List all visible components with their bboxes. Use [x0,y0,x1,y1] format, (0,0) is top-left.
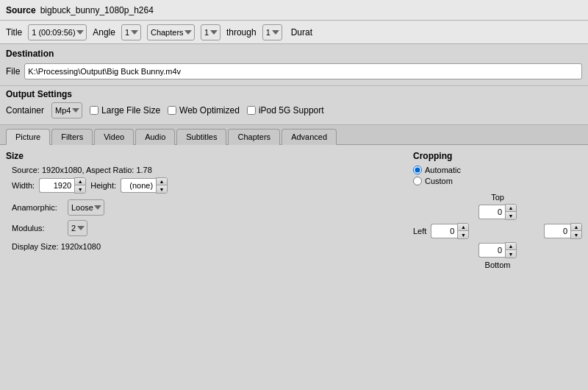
duration-label: Durat [291,27,312,38]
tab-picture[interactable]: Picture [6,129,50,145]
width-spinner-buttons: ▲ ▼ [74,177,86,194]
ipod-support-label: iPod 5G Support [259,105,324,116]
automatic-label: Automatic [425,166,461,174]
large-file-checkbox[interactable] [90,106,98,115]
angle-select[interactable]: 1 [121,24,141,40]
height-spinner: ▲ ▼ [121,177,168,194]
tab-video[interactable]: Video [94,129,134,145]
tabs-container: Picture Filters Video Audio Subtitles Ch… [0,124,588,275]
cropping-radio-group: Automatic Custom [413,166,582,185]
angle-label: Angle [93,27,115,38]
tabs-bar: Picture Filters Video Audio Subtitles Ch… [0,125,588,145]
height-label: Height: [90,181,116,190]
chapters-type-select[interactable]: Chapters [147,24,195,40]
web-optimized-label: Web Optimized [179,105,240,116]
title-label: Title [6,27,22,38]
file-label: File [6,66,20,77]
web-optimized-checkbox[interactable] [168,106,176,115]
top-label: Top [491,193,504,202]
modulus-label: Modulus: [12,224,63,233]
right-input[interactable] [544,224,570,238]
top-up-button[interactable]: ▲ [506,205,516,212]
destination-section: Destination File [0,44,588,85]
chapters-start-select[interactable]: 1 [201,24,220,40]
right-spinner-buttons: ▲ ▼ [570,223,582,239]
bottom-spinner-buttons: ▲ ▼ [505,242,517,258]
width-spinner: ▲ ▼ [39,177,86,194]
custom-radio[interactable] [413,177,422,185]
modulus-select[interactable]: 2 [68,220,87,236]
tab-content-picture: Size Source: 1920x1080, Aspect Ratio: 1.… [0,145,588,275]
tab-advanced[interactable]: Advanced [282,129,337,145]
picture-left-panel: Size Source: 1920x1080, Aspect Ratio: 1.… [6,151,406,269]
height-input[interactable] [121,178,156,193]
file-row: File [6,62,582,82]
right-spinner: ▲ ▼ [544,223,582,239]
title-select[interactable]: 1 (00:09:56) [28,24,87,40]
modulus-row: Modulus: 2 [6,220,406,236]
left-up-button[interactable]: ▲ [458,224,468,231]
file-input[interactable] [24,63,582,79]
web-optimized-group: Web Optimized [168,105,240,116]
container-select[interactable]: Mp4 [51,102,82,118]
large-file-label: Large File Size [101,105,160,116]
ipod-support-checkbox[interactable] [247,106,256,115]
width-label: Width: [12,181,35,190]
cropping-title: Cropping [413,151,582,161]
automatic-radio-item: Automatic [413,166,582,174]
container-label: Container [6,105,44,116]
bottom-spinner: ▲ ▼ [478,242,517,258]
left-spinner: ▲ ▼ [431,223,469,239]
size-title: Size [6,151,406,161]
bottom-input[interactable] [478,243,505,258]
tab-subtitles[interactable]: Subtitles [176,129,226,145]
left-spinner-buttons: ▲ ▼ [457,223,469,239]
title-row: Title 1 (00:09:56) Angle 1 Chapters 1 th… [0,21,588,44]
display-size-label: Display Size: [12,242,59,251]
width-up-button[interactable]: ▲ [75,178,85,185]
tab-filters[interactable]: Filters [51,129,93,145]
left-input[interactable] [431,224,457,238]
top-down-button[interactable]: ▼ [506,212,516,219]
source-value: bigbuck_bunny_1080p_h264 [40,5,154,15]
right-down-button[interactable]: ▼ [571,231,581,238]
large-file-group: Large File Size [90,105,160,116]
tab-chapters[interactable]: Chapters [228,129,280,145]
custom-radio-item: Custom [413,177,582,185]
container-row: Container Mp4 Large File Size Web Optimi… [6,102,582,118]
width-height-row: Width: ▲ ▼ Height: ▲ ▼ [6,177,406,194]
chapters-end-select[interactable]: 1 [262,24,282,40]
through-label: through [226,27,257,38]
width-input[interactable] [39,178,74,193]
tab-audio[interactable]: Audio [135,129,175,145]
top-input[interactable] [478,205,505,219]
bottom-label: Bottom [485,260,511,269]
output-settings-section: Output Settings Container Mp4 Large File… [0,85,588,121]
automatic-radio[interactable] [413,166,422,174]
left-label: Left [413,227,426,235]
height-up-button[interactable]: ▲ [157,178,167,185]
picture-right-panel: Cropping Automatic Custom Top ▲ [406,151,582,269]
anamorphic-select[interactable]: Loose [68,199,104,216]
source-label: Source [6,5,36,15]
anamorphic-row: Anamorphic: Loose [6,199,406,216]
bottom-up-button[interactable]: ▲ [506,243,516,250]
display-size-value: 1920x1080 [61,242,101,251]
anamorphic-label: Anamorphic: [12,203,63,212]
destination-title: Destination [6,49,582,59]
display-size-row: Display Size: 1920x1080 [6,242,406,251]
ipod-support-group: iPod 5G Support [247,105,324,116]
custom-label: Custom [425,177,453,185]
right-up-button[interactable]: ▲ [571,224,581,231]
bottom-down-button[interactable]: ▼ [506,250,516,258]
source-info: Source: 1920x1080, Aspect Ratio: 1.78 [6,166,406,174]
height-spinner-buttons: ▲ ▼ [156,177,168,194]
width-down-button[interactable]: ▼ [75,185,85,193]
output-settings-title: Output Settings [6,89,582,99]
left-down-button[interactable]: ▼ [458,231,468,238]
source-bar: Source bigbuck_bunny_1080p_h264 [0,0,588,21]
top-spinner-buttons: ▲ ▼ [505,204,517,220]
height-down-button[interactable]: ▼ [157,185,167,193]
top-spinner: ▲ ▼ [478,204,517,220]
